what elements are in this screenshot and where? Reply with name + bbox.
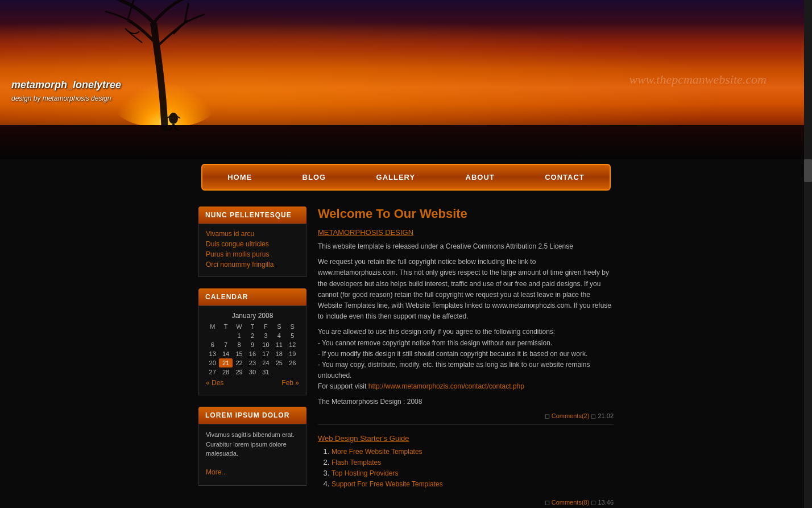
- calendar-day[interactable]: 22: [233, 358, 246, 367]
- calendar-day[interactable]: 24: [259, 358, 272, 367]
- page-title: Welcome To Our Website: [318, 206, 614, 221]
- calendar-day[interactable]: 31: [259, 367, 272, 377]
- scrollbar[interactable]: [804, 0, 812, 508]
- calendar-day[interactable]: 20: [206, 358, 219, 367]
- calendar-day[interactable]: 3: [259, 331, 272, 340]
- site-header: metamorph_lonelytree design by metamorph…: [0, 0, 812, 159]
- nav-gallery[interactable]: GALLERY: [359, 167, 433, 187]
- calendar-day[interactable]: 7: [219, 340, 232, 349]
- post-2: Web Design Starter's Guide More Free Web…: [318, 434, 614, 508]
- calendar-day[interactable]: 10: [259, 340, 272, 349]
- sidebar-widget-3-title: LOREM IPSUM DOLOR: [198, 407, 306, 424]
- sidebar-calendar: CALENDAR January 2008 M T W T F S S: [198, 288, 306, 395]
- calendar-day[interactable]: 6: [206, 340, 219, 349]
- calendar-day[interactable]: 21: [219, 358, 232, 367]
- calendar-day[interactable]: 9: [246, 340, 259, 349]
- post-1-para-2: We request you retain the full copyright…: [318, 257, 614, 322]
- list-link-3[interactable]: Top Hosting Providers: [332, 469, 398, 477]
- list-link-2[interactable]: Flash Templates: [332, 459, 381, 466]
- cal-th-t: T: [219, 322, 232, 331]
- nav-about[interactable]: ABOUT: [449, 167, 512, 187]
- cal-th-s: S: [272, 322, 285, 331]
- calendar-body: 1234567891011121314151617181920212223242…: [206, 331, 299, 377]
- calendar-day[interactable]: 26: [286, 358, 299, 367]
- sidebar-widget-1: NUNC PELLENTESQUE Vivamus id arcu Duis c…: [198, 206, 306, 277]
- calendar-day[interactable]: 23: [246, 358, 259, 367]
- nav-contact[interactable]: CONTACT: [528, 167, 602, 187]
- calendar-next[interactable]: Feb »: [281, 379, 299, 387]
- post-1-meta: ◻ Comments(2) ◻ 21.02: [318, 412, 614, 425]
- post-2-comments[interactable]: Comments(8): [552, 499, 590, 506]
- post-1-para-4: The Metamorphosis Design : 2008: [318, 397, 614, 407]
- post-1-comments[interactable]: Comments(2): [552, 412, 590, 419]
- calendar-day[interactable]: 12: [286, 340, 299, 349]
- sidebar-widget-3: LOREM IPSUM DOLOR Vivamus sagittis biben…: [198, 407, 306, 486]
- post-2-list: More Free Website Templates Flash Templa…: [332, 447, 614, 488]
- nav-home[interactable]: HOME: [210, 167, 269, 187]
- calendar-day[interactable]: 8: [233, 340, 246, 349]
- post-2-meta: ◻ Comments(8) ◻ 13.46: [318, 499, 614, 508]
- post-2-title[interactable]: Web Design Starter's Guide: [318, 434, 409, 443]
- calendar-day[interactable]: 14: [219, 349, 232, 358]
- post-1-para-1: This website template is released under …: [318, 241, 614, 252]
- calendar-day[interactable]: 4: [272, 331, 285, 340]
- calendar-day[interactable]: 17: [259, 349, 272, 358]
- calendar-day[interactable]: 13: [206, 349, 219, 358]
- sidebar: NUNC PELLENTESQUE Vivamus id arcu Duis c…: [198, 206, 306, 508]
- sidebar-link-1[interactable]: Vivamus id arcu: [206, 230, 299, 238]
- calendar-table: M T W T F S S 12345678910111213141516171…: [206, 322, 299, 377]
- sidebar-widget-3-text: Vivamus sagittis bibendum erat. Curabitu…: [206, 430, 299, 459]
- post-1-time: 21.02: [598, 412, 614, 419]
- calendar-day[interactable]: 15: [233, 349, 246, 358]
- sidebar-widget-3-link[interactable]: More...: [206, 467, 299, 477]
- calendar-day[interactable]: 28: [219, 367, 232, 377]
- calendar-day[interactable]: 11: [272, 340, 285, 349]
- site-subtitle: design by metamorphosis design: [11, 94, 111, 102]
- cal-th-w: W: [233, 322, 246, 331]
- calendar-day[interactable]: 29: [233, 367, 246, 377]
- calendar-day[interactable]: 19: [286, 349, 299, 358]
- sidebar-link-2[interactable]: Duis congue ultricies: [206, 240, 299, 248]
- cal-th-s2: S: [286, 322, 299, 331]
- watermark: www.thepcmanwebsite.com: [629, 72, 767, 87]
- calendar-content: January 2008 M T W T F S S: [198, 305, 306, 395]
- sidebar-link-3[interactable]: Purus in mollis purus: [206, 250, 299, 258]
- sidebar-widget-3-content: Vivamus sagittis bibendum erat. Curabitu…: [198, 424, 306, 486]
- post-1-title[interactable]: METAMORPHOSIS DESIGN: [318, 228, 413, 237]
- calendar-day: [272, 367, 285, 377]
- post-1: METAMORPHOSIS DESIGN This website templa…: [318, 228, 614, 425]
- calendar-day[interactable]: 2: [246, 331, 259, 340]
- list-link-1[interactable]: More Free Website Templates: [332, 448, 422, 456]
- list-item-2: Flash Templates: [332, 458, 614, 466]
- list-link-4[interactable]: Support For Free Website Templates: [332, 480, 443, 488]
- calendar-title: CALENDAR: [198, 288, 306, 305]
- calendar-day[interactable]: 5: [286, 331, 299, 340]
- cal-th-m: M: [206, 322, 219, 331]
- calendar-month: January 2008: [206, 312, 299, 320]
- nav-wrapper: HOME BLOG GALLERY ABOUT CONTACT: [201, 159, 611, 195]
- calendar-day[interactable]: 1: [233, 331, 246, 340]
- sidebar-widget-1-title: NUNC PELLENTESQUE: [198, 206, 306, 224]
- main-wrapper: NUNC PELLENTESQUE Vivamus id arcu Duis c…: [198, 195, 614, 508]
- calendar-day: [286, 367, 299, 377]
- sidebar-link-4[interactable]: Orci nonummy fringilla: [206, 261, 299, 269]
- nav-blog[interactable]: BLOG: [285, 167, 343, 187]
- calendar-day[interactable]: 16: [246, 349, 259, 358]
- post-1-para-3-prefix: You are allowed to use this design only …: [318, 327, 614, 392]
- list-item-1: More Free Website Templates: [332, 447, 614, 456]
- scrollbar-thumb[interactable]: [804, 159, 812, 182]
- sidebar-widget-1-content: Vivamus id arcu Duis congue ultricies Pu…: [198, 224, 306, 277]
- calendar-day[interactable]: 27: [206, 367, 219, 377]
- calendar-day[interactable]: 25: [272, 358, 285, 367]
- support-link[interactable]: http://www.metamorphozis.com/contact/con…: [368, 382, 524, 390]
- cal-th-f: F: [259, 322, 272, 331]
- calendar-nav: « Des Feb »: [206, 379, 299, 389]
- list-item-4: Support For Free Website Templates: [332, 480, 614, 488]
- calendar-day: [219, 331, 232, 340]
- tree-silhouette: [85, 0, 245, 131]
- calendar-day[interactable]: 18: [272, 349, 285, 358]
- nav-bar: HOME BLOG GALLERY ABOUT CONTACT: [201, 164, 611, 191]
- cal-th-t2: T: [246, 322, 259, 331]
- calendar-day[interactable]: 30: [246, 367, 259, 377]
- calendar-prev[interactable]: « Des: [206, 379, 223, 387]
